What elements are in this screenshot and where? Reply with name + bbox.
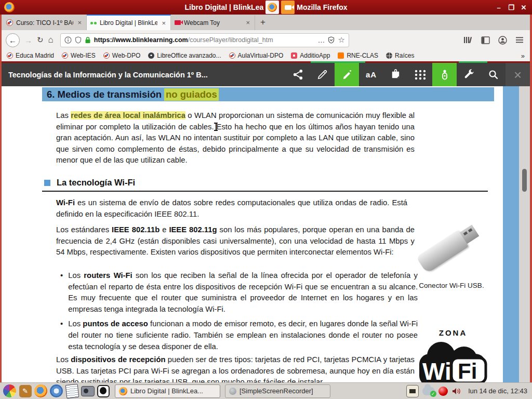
apps-grid-button[interactable] [408, 63, 432, 86]
taskbar: ✎ Libro Digital | BlinkLea... [SimpleScr… [0, 382, 532, 399]
page-actions-icon[interactable]: … [317, 36, 325, 44]
paragraph-standards: Los estándares IEEE 802.11b e IEEE 802.1… [56, 224, 415, 258]
blinklearning-toolbar: Tecnologías de la Información y la Comun… [2, 63, 530, 86]
bookmark-raices[interactable]: Raíces [386, 52, 414, 59]
window-content-separator [2, 61, 530, 63]
close-reader-button[interactable]: × [506, 63, 530, 86]
svg-text:Fi: Fi [458, 359, 477, 382]
paragraph-wlan: Las redes de área local inalámbrica o WL… [56, 110, 415, 166]
window-title-right: Mozilla Firefox [297, 3, 347, 11]
text-cursor [214, 123, 218, 131]
paragraph-wifi: Wi-Fi es un sistema de envío de datos so… [56, 197, 407, 220]
tab-close-icon[interactable]: × [161, 19, 167, 27]
green-segment [311, 61, 365, 63]
tools-wrench-button[interactable] [457, 63, 481, 86]
bookmark-libreoffice[interactable]: LibreOffice avanzado... [148, 52, 221, 59]
pocket-shield-icon[interactable] [328, 36, 335, 44]
bookmarks-overflow-chevron[interactable]: » [521, 52, 525, 60]
toolbar-right-icons [463, 36, 526, 45]
wifi-zone-logo: ZONA Wi Fi [415, 328, 491, 382]
window-title: Libro Digital | BlinkLea Mozilla Firefox [0, 1, 532, 14]
desktop-top-panel: Libro Digital | BlinkLea Mozilla Firefox… [0, 0, 532, 15]
account-icon[interactable] [498, 36, 507, 45]
zona-label: ZONA [415, 328, 491, 337]
search-button[interactable] [481, 63, 506, 86]
recorder-tray-icon[interactable] [438, 387, 448, 396]
page-info-icon[interactable] [64, 36, 72, 44]
unit-heading-banner: 6. Medios de transmisión no guiados [42, 87, 494, 101]
network-tray-icon[interactable] [406, 385, 419, 397]
highlighter-tool-button[interactable] [335, 63, 359, 86]
share-button[interactable] [286, 63, 310, 86]
scrollbar-thumb[interactable] [522, 169, 527, 192]
taskbar-window-screenrecorder[interactable]: [SimpleScreenRecorder] [225, 384, 330, 398]
unit-heading-highlighted: no guiados [164, 88, 219, 101]
tab-close-icon[interactable]: × [245, 19, 251, 26]
home-button[interactable]: ⌂ [48, 35, 54, 45]
bookmark-additioapp[interactable]: AdditioApp [291, 52, 330, 59]
bookmark-favicon [338, 52, 344, 59]
hamburger-menu-icon[interactable] [515, 36, 524, 44]
documents-launcher-icon[interactable] [65, 384, 79, 398]
url-bar[interactable]: https://www.blinklearning.com/coursePlay… [60, 33, 349, 47]
tab-webcam-toy[interactable]: Webcam Toy × [171, 15, 255, 30]
back-button[interactable]: ← [6, 33, 20, 47]
https-lock-icon [85, 36, 91, 44]
volume-tray-icon[interactable] [451, 387, 462, 396]
pencil-tool-button[interactable] [310, 63, 335, 86]
recorder-icon [229, 388, 236, 395]
bookmark-web-dpo[interactable]: Web-DPO [103, 52, 140, 59]
section-bullet-square [44, 180, 50, 186]
course-title: Tecnologías de la Información y la Comun… [8, 71, 286, 79]
bookmark-favicon [386, 52, 392, 59]
max-linux-launcher-icon[interactable] [3, 384, 17, 398]
book-content-area: 6. Medios de transmisión no guiados Las … [2, 86, 530, 382]
recorder-launcher-icon[interactable] [96, 384, 110, 398]
clock[interactable]: lun 14 de dic, 12:43 [469, 387, 527, 395]
bookmark-educa-madrid[interactable]: Educa Madrid [7, 52, 54, 59]
tab-bar: Curso: TICO I-1º BACH × Libro Digital | … [2, 15, 530, 30]
text-size-button[interactable]: aA [359, 63, 383, 86]
vertical-scrollbar[interactable] [519, 86, 530, 382]
forward-button[interactable]: → [24, 36, 32, 45]
webcam-toy-favicon [175, 20, 181, 25]
bookmark-favicon [7, 52, 13, 59]
notes-launcher-icon[interactable]: ✎ [18, 384, 32, 398]
firefox-window: Curso: TICO I-1º BACH × Libro Digital | … [0, 15, 532, 382]
taskbar-window-firefox[interactable]: Libro Digital | BlinkLea... [115, 384, 220, 398]
desktop: Libro Digital | BlinkLea Mozilla Firefox… [0, 0, 532, 399]
webcam-indicator-icon[interactable] [281, 1, 295, 14]
sidebars-icon[interactable] [481, 36, 490, 44]
firefox-menu-icon[interactable] [4, 2, 15, 12]
notes-button[interactable] [383, 63, 408, 86]
bookmark-rne-clas[interactable]: RNE-CLAS [338, 52, 378, 59]
tracking-protection-shield-icon[interactable] [75, 36, 82, 44]
accessibility-profile-button[interactable] [432, 63, 457, 86]
cloud-sync-tray-icon[interactable] [422, 387, 435, 395]
minimize-button[interactable]: – [494, 2, 504, 12]
chromium-launcher-icon[interactable] [49, 384, 63, 398]
tab-libro-digital[interactable]: Libro Digital | BlinkLearn × [87, 15, 171, 30]
tab-curso-tico[interactable]: Curso: TICO I-1º BACH × [3, 15, 87, 30]
firefox-indicator-icon[interactable] [265, 1, 279, 14]
bookmark-star-icon[interactable]: ☆ [338, 35, 344, 45]
library-icon[interactable] [463, 36, 473, 44]
firefox-launcher-icon[interactable] [34, 384, 48, 398]
webcam-launcher-icon[interactable] [81, 384, 95, 398]
usb-stick-body [416, 230, 469, 274]
paragraph-reception-devices: Los dispositivos de recepción pueden ser… [56, 354, 415, 382]
url-text[interactable]: https://www.blinklearning.com/coursePlay… [94, 36, 315, 44]
tab-close-icon[interactable]: × [76, 19, 83, 26]
bookmark-web-ies[interactable]: Web-IES [62, 52, 96, 59]
educamadrid-favicon [6, 19, 13, 26]
reload-button[interactable]: ↻ [37, 35, 44, 45]
close-window-button[interactable]: ✕ [518, 2, 529, 12]
new-tab-button[interactable]: + [255, 17, 271, 28]
system-tray: lun 14 de dic, 12:43 [406, 385, 529, 397]
bookmark-aulavirtual-dpo[interactable]: AulaVirtual-DPO [229, 52, 284, 59]
bookmark-favicon [62, 52, 68, 59]
firefox-icon [119, 387, 127, 395]
figure-caption: Conector Wi-Fi USB. [414, 282, 489, 289]
maximize-button[interactable]: ❐ [506, 2, 516, 12]
wifi-cloud-graphic: Wi Fi [416, 337, 490, 382]
